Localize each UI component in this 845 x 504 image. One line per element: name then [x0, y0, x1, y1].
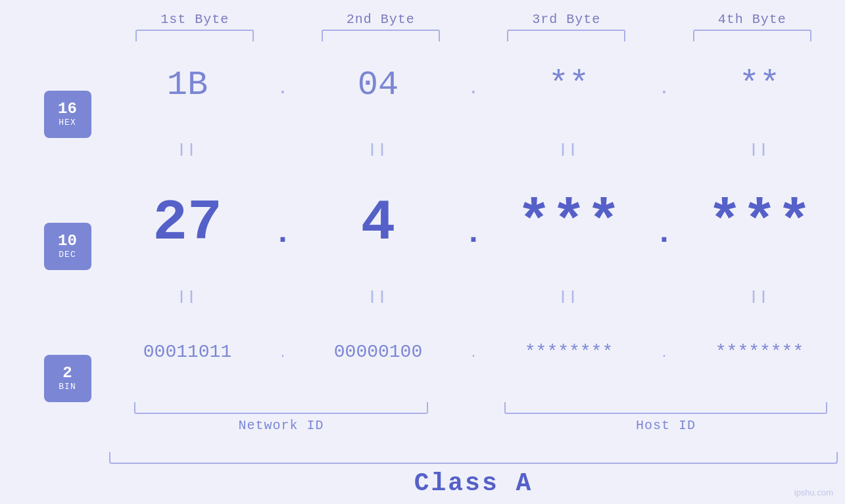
host-id-label-container: Host ID	[487, 418, 845, 433]
byte-header-2: 2nd Byte	[288, 12, 474, 27]
hex-byte-1: 1B	[102, 66, 273, 104]
hex-dot-2: .	[464, 78, 483, 99]
eq-cell-2-3: ||	[483, 289, 654, 304]
top-bracket-row	[0, 30, 845, 41]
dec-byte-3: ***	[483, 195, 654, 252]
bin-dot-3: .	[654, 346, 674, 361]
top-bracket-3	[507, 30, 625, 41]
host-id-bracket-container	[487, 402, 845, 414]
hex-byte-3: **	[483, 66, 654, 104]
main-container: 1st Byte 2nd Byte 3rd Byte 4th Byte 16 H…	[0, 0, 845, 504]
bin-dot-1: .	[273, 346, 293, 361]
dec-data-row: 27 . 4 . *** . ***	[102, 195, 845, 252]
class-label: Class A	[414, 469, 533, 497]
dec-dot-2: .	[464, 216, 483, 251]
badge-dec-num: 10	[58, 233, 77, 250]
class-section: Class A	[102, 452, 845, 504]
eq-row-1: || || || ||	[102, 141, 845, 158]
bin-byte-4: ********	[674, 342, 845, 362]
network-id-bracket	[134, 402, 428, 414]
eq-cell-2-4: ||	[674, 289, 845, 304]
badge-hex-label: HEX	[59, 118, 76, 127]
eq-cell-1-2: ||	[293, 142, 464, 157]
top-bracket-cell-4	[660, 30, 846, 41]
eq-cell-1-1: ||	[102, 142, 273, 157]
network-id-label-container: Network ID	[102, 418, 460, 433]
badge-hex: 16 HEX	[44, 91, 91, 138]
network-id-label: Network ID	[238, 418, 324, 433]
eq-cell-2-2: ||	[293, 289, 464, 304]
eq-cell-1-3: ||	[483, 142, 654, 157]
eq-cell-1-4: ||	[674, 142, 845, 157]
hex-data-row: 1B . 04 . ** . **	[102, 66, 845, 104]
bin-byte-1: 00011011	[102, 342, 273, 362]
dec-dot-3: .	[654, 216, 674, 251]
badge-dec-label: DEC	[59, 250, 76, 260]
bin-dot-2: .	[464, 346, 483, 361]
byte-header-3: 3rd Byte	[473, 12, 660, 27]
hex-dot-3: .	[654, 78, 674, 99]
host-id-bracket	[504, 402, 827, 414]
hex-byte-4: **	[674, 66, 845, 104]
top-bracket-cell-3	[473, 30, 660, 41]
hex-byte-2: 04	[293, 66, 464, 104]
full-bottom-bracket	[109, 452, 837, 464]
bin-data-row: 00011011 . 00000100 . ******** . *******…	[102, 342, 845, 362]
byte-header-1: 1st Byte	[102, 12, 288, 27]
badge-bin-label: BIN	[59, 382, 76, 392]
hex-dot-1: .	[273, 78, 293, 99]
header-row: 1st Byte 2nd Byte 3rd Byte 4th Byte	[0, 12, 845, 27]
top-bracket-cell-1	[102, 30, 288, 41]
bin-byte-2: 00000100	[293, 342, 464, 362]
dec-byte-1: 27	[102, 195, 273, 252]
badge-dec: 10 DEC	[44, 223, 91, 270]
top-bracket-cell-2	[288, 30, 474, 41]
network-id-bracket-container	[102, 402, 460, 414]
byte-header-4: 4th Byte	[660, 12, 846, 27]
dec-dot-1: .	[273, 216, 293, 251]
eq-cell-2-1: ||	[102, 289, 273, 304]
badge-bin: 2 BIN	[44, 355, 91, 402]
eq-row-2: || || || ||	[102, 288, 845, 306]
watermark: ipshu.com	[794, 488, 833, 497]
badge-hex-num: 16	[58, 101, 77, 118]
top-bracket-2	[322, 30, 440, 41]
dec-byte-4: ***	[674, 195, 845, 252]
badge-bin-num: 2	[62, 365, 72, 382]
host-id-label: Host ID	[636, 418, 696, 433]
dec-byte-2: 4	[293, 195, 464, 252]
top-bracket-1	[135, 30, 254, 41]
badges-column: 16 HEX 10 DEC 2 BIN	[0, 41, 102, 451]
bin-byte-3: ********	[483, 342, 654, 362]
top-bracket-4	[693, 30, 811, 41]
